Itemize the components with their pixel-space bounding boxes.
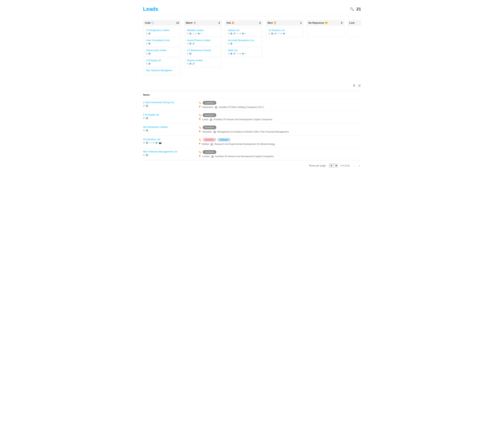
card-icon: G xyxy=(187,42,189,45)
kanban-card-icons: G⚙️🔗 xyxy=(187,42,219,45)
kanban-col-won: Won 🏆142 Genetics LtdG⚙️🔗✉️in🐦 xyxy=(266,20,304,76)
industry-icon: 🏢 xyxy=(215,106,217,109)
kanban-card[interactable]: Abbexa LtdG⚙️🔗✉️in🐦f xyxy=(226,27,262,37)
row-icon: ✉️ xyxy=(149,141,152,144)
kanban-card[interactable]: 3dbiotek LimitedG⚙️✉️in🐦f xyxy=(185,27,221,37)
kanban-card[interactable]: Acacia Pharma LimitedG⚙️🔗 xyxy=(185,37,221,47)
card-icon: G xyxy=(146,32,148,35)
kanban-card[interactable]: Abbio LtdG⚙️🔗✉️in🐦f xyxy=(226,47,262,57)
card-icon: in xyxy=(281,32,282,35)
row-icon: ⚙️ xyxy=(145,129,148,132)
col-count: 1 xyxy=(300,21,302,24)
card-icon: G xyxy=(146,62,148,65)
kanban-card[interactable]: Abax Consultants Limit...G⚙️ xyxy=(144,37,180,47)
row-industry: Activities Of Other Holding Companies N.… xyxy=(219,106,265,109)
row-name[interactable]: 3 W Equity Ltd xyxy=(143,113,196,116)
kanban-card-title: Abzena (uk) Limited xyxy=(146,49,178,52)
row-icon: G xyxy=(143,129,145,132)
row-meta: 📍Aberdeen🏢Management Consultancy Activit… xyxy=(198,130,361,133)
kanban-card[interactable]: Accumed Biosystems Lim...G⚙️ xyxy=(226,37,262,47)
rows-per-page-select[interactable]: 5 10 25 xyxy=(329,163,338,168)
kanban-col-header-lost: Lost xyxy=(347,20,361,26)
search-icon[interactable]: 🔍 xyxy=(350,7,354,11)
leads-table: Name 1 Oak Investment Group LtdG⚙️🏷️Inve… xyxy=(143,91,361,160)
kanban-card[interactable]: 4bio Ventures Manageme... xyxy=(144,67,180,74)
table-column-header: Name xyxy=(143,91,361,99)
card-icon: f xyxy=(201,32,201,35)
row-tags: 🏷️GeneticsSoftware xyxy=(198,138,361,142)
card-icon: 🔗 xyxy=(274,32,277,35)
card-icon: ⚙️ xyxy=(230,42,233,45)
card-icon: ⚙️ xyxy=(189,53,192,55)
page-title: Leads xyxy=(143,6,158,12)
kanban-card-title: Abbio Ltd xyxy=(228,49,260,52)
card-icon: 🔗 xyxy=(192,42,195,45)
kanban-card-icons: G⚙️✉️in🐦f xyxy=(187,32,219,35)
kanban-card[interactable]: Abzena LimitedG⚙️🔗 xyxy=(185,57,221,67)
kanban-card[interactable]: 3 W Equity LtdG⚙️ xyxy=(144,57,180,67)
table-toolbar: ⬇ 🖨 xyxy=(143,82,361,89)
row-icon: G xyxy=(143,141,145,144)
card-icon: G xyxy=(146,53,148,55)
download-icon[interactable]: ⬇ xyxy=(353,84,355,88)
location-icon: 📍 xyxy=(198,143,201,146)
kanban-card[interactable]: A S Biosensors Consult...G⚙️ xyxy=(185,47,221,57)
kanban-card[interactable]: Abzena (uk) LimitedG⚙️ xyxy=(144,47,180,57)
card-icon: G xyxy=(269,32,270,35)
card-icon: 🔗 xyxy=(233,53,236,55)
kanban-col-no-response: No Repsonse 😶0 xyxy=(306,20,344,76)
kanban-card-title: A S Biosensors Consult... xyxy=(187,49,219,52)
row-icon: ⚙️ xyxy=(145,154,148,156)
row-icon: G xyxy=(143,117,145,119)
row-left: 1 Oak Investment Group LtdG⚙️ xyxy=(143,101,196,107)
row-left: 42 Genetics LtdG⚙️✉️in🐦📷 xyxy=(143,138,196,144)
col-label: No Repsonse 😶 xyxy=(308,21,328,24)
leads-count: 21 xyxy=(356,7,361,12)
row-industry: Research And Experimental Development On… xyxy=(214,143,275,146)
kanban-card-title: Accumed Biosystems Lim... xyxy=(228,39,260,42)
tag-icon: 🏷️ xyxy=(198,126,201,129)
card-icon: ⚙️ xyxy=(230,53,233,55)
card-icon: in xyxy=(240,53,241,55)
row-tags: 🏷️Investors xyxy=(198,113,361,117)
card-icon: G xyxy=(187,53,189,55)
row-name[interactable]: 42 Genetics Ltd xyxy=(143,138,196,141)
row-icon: 🐦 xyxy=(155,141,158,144)
row-meta: 📍London🏢Activities Of Venture And Develo… xyxy=(198,155,361,158)
kanban-card-title: Abax Consultants Limit... xyxy=(146,39,178,42)
row-industry: Activities Of Venture And Development Ca… xyxy=(215,155,274,158)
kanban-card-icons: G⚙️ xyxy=(146,62,178,65)
kanban-card[interactable]: 5 Therapeutics Limited...G⚙️ xyxy=(144,27,180,37)
card-icon: 🐦 xyxy=(242,53,245,55)
location-icon: 📍 xyxy=(198,118,201,121)
kanban-col-cold: Cold ❄️135 Therapeutics Limited...G⚙️Aba… xyxy=(143,20,181,76)
header-right: 🔍 21 xyxy=(350,7,361,12)
print-icon[interactable]: 🖨 xyxy=(358,84,361,88)
kanban-card[interactable]: 42 Genetics LtdG⚙️🔗✉️in🐦 xyxy=(267,27,303,37)
tag-icon: 🏷️ xyxy=(198,114,201,117)
kanban-col-header-warm: Warm ☕4 xyxy=(184,20,222,26)
kanban-card-title: Abzena Limited xyxy=(187,59,219,62)
row-tags: 🏷️Investors xyxy=(198,126,361,129)
card-icon: in xyxy=(196,32,197,35)
row-name[interactable]: 4bio Ventures Management Ltd xyxy=(143,150,196,153)
table-row: 3b Enterprises LimitedG⚙️🏷️Investors📍Abe… xyxy=(143,123,361,136)
row-name[interactable]: 1 Oak Investment Group Ltd xyxy=(143,101,196,104)
card-icon: ⚙️ xyxy=(148,32,151,35)
card-icon: f xyxy=(245,53,246,55)
card-icon: in xyxy=(240,32,241,35)
table-row: 4bio Ventures Management LtdG⚙️🏷️Investo… xyxy=(143,148,361,160)
tag-icon: 🏷️ xyxy=(198,138,201,141)
row-name[interactable]: 3b Enterprises Limited xyxy=(143,126,196,128)
table-row: 3 W Equity LtdG⚙️🏷️Investors📍Leeds🏢Activ… xyxy=(143,111,361,123)
row-icons: G⚙️ xyxy=(143,154,196,156)
card-icon: G xyxy=(187,62,189,65)
table-body: 1 Oak Investment Group LtdG⚙️🏷️Investors… xyxy=(143,99,361,160)
row-icons: G⚙️✉️in🐦📷 xyxy=(143,141,196,144)
pagination-next[interactable]: › xyxy=(358,164,361,168)
row-right: 🏷️GeneticsSoftware📍Belfast🏢Research And … xyxy=(198,138,361,146)
col-label: Cold ❄️ xyxy=(145,21,154,24)
tag-investors: Investors xyxy=(203,150,216,154)
pagination-prev[interactable]: ‹ xyxy=(352,164,355,168)
col-count: 13 xyxy=(176,21,179,24)
